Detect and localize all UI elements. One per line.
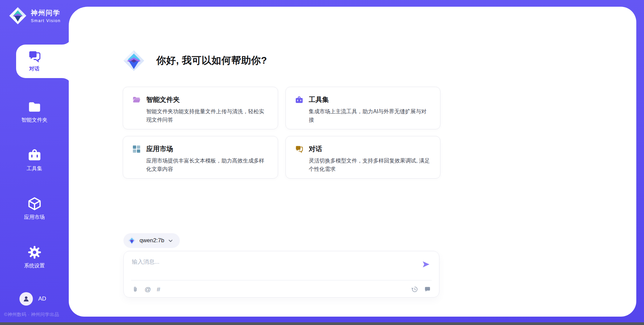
briefcase-icon	[295, 95, 304, 104]
hash-icon[interactable]: #	[157, 286, 160, 293]
card-app-market[interactable]: 应用市场 应用市场提供丰富长文本模板，助力高效生成多样化文章内容	[123, 136, 278, 179]
brand-title: 神州问学	[31, 8, 61, 17]
chat-bubble-icon[interactable]	[424, 286, 431, 293]
folder-icon	[27, 99, 42, 114]
model-name: qwen2:7b	[140, 237, 164, 244]
card-description: 智能文件夹功能支持批量文件上传与清洗，轻松实现文件问答	[146, 107, 269, 124]
sidebar-item-chat[interactable]: 对话	[0, 45, 69, 78]
card-description: 集成市场上主流工具，助力AI与外界无缝扩展与对接	[309, 107, 432, 124]
greeting-block: 你好, 我可以如何帮助你?	[123, 50, 267, 72]
feature-cards: 智能文件夹 智能文件夹功能支持批量文件上传与清洗，轻松实现文件问答 工具集 集成…	[123, 87, 440, 179]
sidebar-item-label: 智能文件夹	[0, 117, 69, 124]
at-icon[interactable]: @	[145, 286, 151, 293]
card-chat[interactable]: 对话 灵活切换多模型文件，支持多样回复效果调试, 满足个性化需求	[285, 136, 441, 179]
brand-subtitle: Smart Vision	[31, 18, 61, 23]
avatar	[19, 292, 33, 306]
card-title: 智能文件夹	[146, 95, 180, 104]
sidebar: 神州问学 Smart Vision 对话 智能文件夹	[0, 0, 69, 325]
sidebar-item-app-market[interactable]: 应用市场	[0, 196, 69, 221]
sidebar-item-toolbox[interactable]: 工具集	[0, 148, 69, 172]
composer-right-tools	[411, 286, 431, 293]
app-window: 神州问学 Smart Vision 对话 智能文件夹	[0, 0, 644, 325]
message-composer: @ #	[123, 251, 439, 298]
model-diamond-icon	[128, 237, 136, 245]
brand-diamond-icon	[9, 7, 27, 25]
card-title: 对话	[309, 144, 322, 153]
folder-open-icon	[132, 95, 141, 104]
briefcase-icon	[27, 148, 42, 162]
sidebar-item-settings[interactable]: 系统设置	[0, 245, 69, 269]
brand-logo: 神州问学 Smart Vision	[9, 7, 61, 25]
sidebar-item-smart-folder[interactable]: 智能文件夹	[0, 99, 69, 124]
grid-icon	[132, 145, 141, 153]
greeting-title: 你好, 我可以如何帮助你?	[156, 54, 267, 67]
card-smart-folder[interactable]: 智能文件夹 智能文件夹功能支持批量文件上传与清洗，轻松实现文件问答	[123, 87, 278, 129]
chevron-down-icon	[168, 239, 173, 243]
sidebar-item-label: 对话	[0, 65, 69, 72]
history-icon[interactable]	[411, 286, 418, 293]
send-icon[interactable]	[422, 260, 430, 269]
chat-icon	[28, 49, 42, 63]
window-bottom-edge	[0, 322, 644, 325]
user-account[interactable]: AD	[19, 292, 46, 306]
copyright-text: ©神州数码 · 神州问学出品	[4, 312, 59, 318]
message-input[interactable]	[132, 258, 416, 277]
model-selector[interactable]: qwen2:7b	[123, 233, 180, 248]
cube-icon	[27, 196, 42, 211]
card-title: 工具集	[309, 95, 329, 104]
user-name: AD	[38, 296, 46, 302]
person-icon	[22, 295, 30, 303]
paperclip-icon[interactable]	[132, 286, 139, 293]
assistant-diamond-icon	[123, 50, 145, 72]
sidebar-item-label: 应用市场	[0, 214, 69, 221]
card-description: 灵活切换多模型文件，支持多样回复效果调试, 满足个性化需求	[309, 156, 432, 173]
main-content: 你好, 我可以如何帮助你? 智能文件夹 智能文件夹功能支持批量文件上传与清洗，轻…	[123, 0, 440, 325]
card-description: 应用市场提供丰富长文本模板，助力高效生成多样化文章内容	[146, 156, 269, 173]
sidebar-item-label: 工具集	[0, 165, 69, 172]
composer-left-tools: @ #	[132, 286, 160, 293]
composer-toolbar: @ #	[132, 284, 431, 295]
composer-divider	[131, 280, 432, 280]
card-title: 应用市场	[146, 144, 173, 153]
chat-icon	[295, 145, 304, 153]
gear-icon	[27, 245, 42, 260]
sidebar-item-label: 系统设置	[0, 262, 69, 269]
card-toolbox[interactable]: 工具集 集成市场上主流工具，助力AI与外界无缝扩展与对接	[285, 87, 441, 129]
